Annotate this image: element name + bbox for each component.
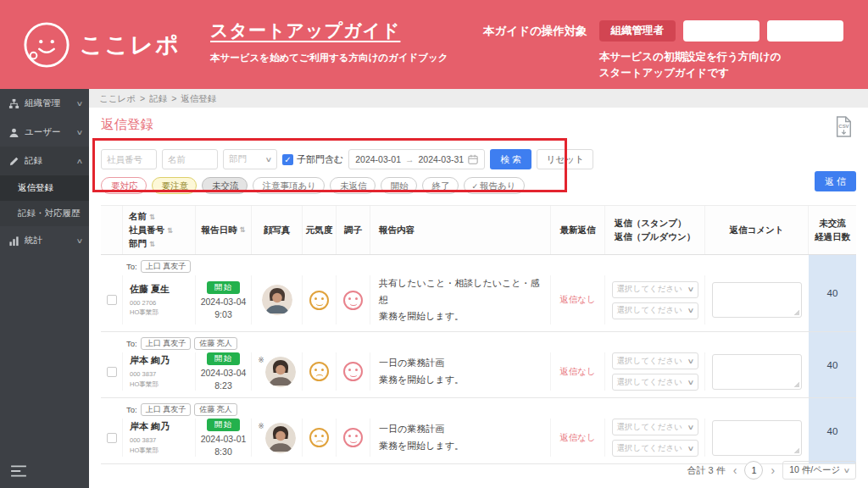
reply-comment-textarea[interactable] <box>712 354 802 390</box>
sidebar-item-label: 統計 <box>25 235 42 247</box>
breadcrumb-section[interactable]: 記録 <box>149 89 167 108</box>
sidebar-item-label: ユーザー <box>25 126 61 138</box>
report-time: 8:30 <box>214 446 231 457</box>
condition-face-icon <box>343 291 363 310</box>
name-input[interactable] <box>162 149 218 169</box>
avatar <box>265 423 296 453</box>
csv-download-icon[interactable]: CSV <box>834 116 853 137</box>
chip-ended[interactable]: 終了 <box>422 177 459 194</box>
sidebar-item-org-management[interactable]: 組織管理 ∨ <box>0 89 89 118</box>
note-mark: ※ <box>258 356 264 364</box>
table-row: To: 上口 真友子 佐藤 亮人 岸本 絢乃 000 3837 HO事業部 <box>101 398 856 464</box>
total-count: 合計 3 件 <box>687 464 726 477</box>
next-page-icon[interactable]: › <box>771 463 775 477</box>
reply-pulldown-select[interactable]: 選択してください∨ <box>612 440 698 457</box>
chip-needs-response[interactable]: 要対応 <box>101 177 147 194</box>
sidebar-item-label: 記録 <box>25 155 42 167</box>
guide-heading: スタートアップガイド 本サービスを始めてご利用する方向けのガイドブック <box>210 0 483 89</box>
prev-page-icon[interactable]: ‹ <box>733 463 737 477</box>
report-date: 2024-03-04 <box>201 297 247 307</box>
sort-icon[interactable]: ⇅ <box>149 213 155 221</box>
chip-no-interaction[interactable]: 未交流 <box>202 177 248 194</box>
employee-name: 岸本 絢乃 <box>130 420 170 433</box>
reply-comment-textarea[interactable] <box>712 420 802 456</box>
sidebar-item-statistics[interactable]: 統計 ∨ <box>0 226 89 255</box>
recipient-tag: 上口 真友子 <box>141 260 192 273</box>
to-label: To: <box>126 405 137 414</box>
department-select[interactable]: 部門 ∨ <box>223 149 277 169</box>
reply-stamp-select[interactable]: 選択してください∨ <box>612 419 698 435</box>
to-label: To: <box>126 339 137 348</box>
date-to-value[interactable]: 2024-03-31 <box>418 154 464 164</box>
sidebar-item-users[interactable]: ユーザー ∨ <box>0 118 89 147</box>
recipient-tag: 上口 真友子 <box>141 337 192 350</box>
target-button-2[interactable] <box>683 20 760 42</box>
status-badge: 開始 <box>207 419 240 431</box>
reply-pulldown-select[interactable]: 選択してください∨ <box>612 374 698 391</box>
days-elapsed-value: 40 <box>809 332 856 397</box>
sidebar-item-record-history[interactable]: 記録・対応履歴 <box>0 201 89 226</box>
reply-stamp-select[interactable]: 選択してください∨ <box>612 352 698 369</box>
col-report-datetime: 報告日時⇅ <box>196 206 252 254</box>
reply-button[interactable]: 返 信 <box>815 171 856 191</box>
employee-name: 佐藤 夏生 <box>130 283 170 296</box>
employee-info: 岸本 絢乃 000 3837 HO事業部 <box>123 352 196 391</box>
reset-button[interactable]: リセット <box>537 149 593 169</box>
photo-cell: ※ <box>252 352 303 391</box>
employee-name: 岸本 絢乃 <box>130 354 170 367</box>
status-badge: 開始 <box>207 352 240 365</box>
reply-selects: 選択してください∨ 選択してください∨ <box>605 419 705 457</box>
photo-cell <box>252 275 303 324</box>
sort-icon[interactable]: ⇅ <box>149 240 155 248</box>
employee-number: 000 3837 <box>130 435 156 445</box>
sidebar-item-records[interactable]: 記録 ∧ <box>0 147 89 175</box>
chip-no-reply[interactable]: 未返信 <box>330 177 376 194</box>
reply-stamp-select[interactable]: 選択してください∨ <box>612 281 698 298</box>
bar-chart-icon <box>8 236 19 247</box>
row-checkbox[interactable] <box>107 367 117 377</box>
chevron-down-icon: ∨ <box>687 286 694 293</box>
table-row: To: 上口 真友子 佐藤 夏生 000 2706 HO事業部 開始 <box>101 255 856 332</box>
recipients-line: To: 上口 真友子 佐藤 亮人 <box>101 402 809 417</box>
date-from-value[interactable]: 2024-03-01 <box>355 154 401 164</box>
report-content: 一日の業務計画 業務を開始します。 <box>370 352 551 391</box>
subdepartment-checkbox[interactable]: ✓ <box>282 154 293 165</box>
sort-icon[interactable]: ⇅ <box>167 226 173 235</box>
chip-caution[interactable]: 要注意 <box>152 177 198 194</box>
search-button[interactable]: 検 索 <box>490 149 531 169</box>
date-range-arrow: → <box>405 154 415 164</box>
calendar-icon[interactable] <box>468 154 478 164</box>
recipient-tag: 佐藤 亮人 <box>194 403 237 416</box>
target-org-admin-button[interactable]: 組織管理者 <box>599 20 676 42</box>
content-body: 返信登録 CSV 部門 ∨ ✓ 子部門含む <box>89 108 868 488</box>
chevron-down-icon: ∨ <box>76 100 84 108</box>
reply-comment-textarea[interactable] <box>712 282 802 318</box>
per-page-select[interactable]: 10 件/ページ ∨ <box>782 461 856 480</box>
latest-reply-status: 返信なし <box>559 366 596 378</box>
report-datetime: 開始 2024-03-04 9:03 <box>196 275 252 324</box>
target-button-3[interactable] <box>767 20 843 42</box>
sidebar-collapse-icon[interactable] <box>10 464 27 478</box>
sort-icon[interactable]: ⇅ <box>239 225 245 236</box>
reply-selects: 選択してください∨ 選択してください∨ <box>605 275 705 324</box>
days-elapsed-value: 40 <box>809 255 856 331</box>
sidebar-item-label: 組織管理 <box>25 97 60 109</box>
guide-description-line1: 本サービスの初期設定を行う方向けの <box>599 49 843 65</box>
col-condition: 調子 <box>337 206 370 254</box>
employee-department: HO事業部 <box>130 380 159 389</box>
chip-has-notes[interactable]: 注意事項あり <box>253 177 326 194</box>
row-checkbox[interactable] <box>107 433 117 443</box>
sidebar-item-reply-registration[interactable]: 返信登録 <box>0 175 89 201</box>
chip-started[interactable]: 開始 <box>381 177 417 194</box>
table-row: To: 上口 真友子 佐藤 亮人 岸本 絢乃 000 3837 HO事業部 <box>101 332 856 398</box>
date-range-picker: 2024-03-01 → 2024-03-31 <box>348 149 485 169</box>
row-checkbox[interactable] <box>107 295 117 305</box>
chevron-down-icon: ∨ <box>76 237 84 245</box>
page-number[interactable]: 1 <box>744 461 763 480</box>
employee-number-input[interactable] <box>101 149 157 169</box>
reply-pulldown-select[interactable]: 選択してください∨ <box>612 302 698 319</box>
chevron-down-icon: ∨ <box>687 424 694 431</box>
top-banner: ここレポ スタートアップガイド 本サービスを始めてご利用する方向けのガイドブック… <box>0 0 868 89</box>
chip-has-report[interactable]: ✓報告あり <box>464 177 525 194</box>
breadcrumb-home[interactable]: ここレポ <box>99 89 136 108</box>
